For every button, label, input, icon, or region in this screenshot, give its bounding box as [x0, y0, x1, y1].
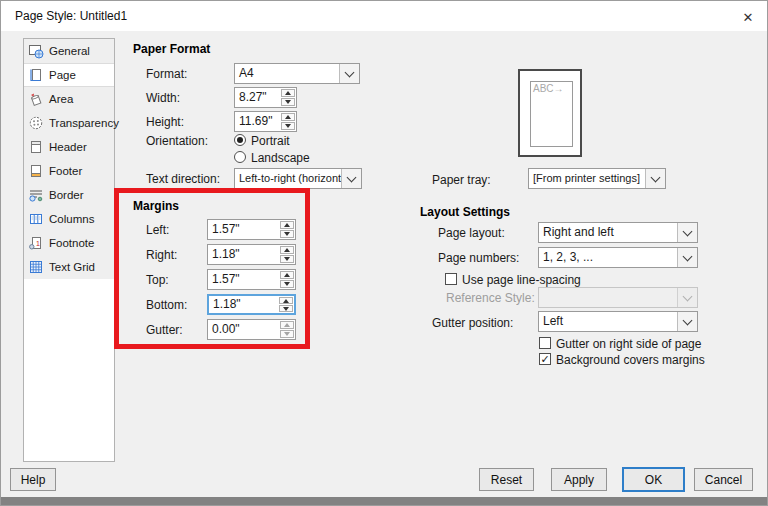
sidebar-item-footnote[interactable]: 1 Footnote: [24, 231, 114, 255]
footer-icon: [28, 163, 44, 179]
margin-gutter-spinner[interactable]: 0.00": [207, 319, 296, 340]
width-label: Width:: [146, 91, 180, 105]
spin-down-icon[interactable]: [280, 255, 294, 263]
sidebar-item-columns[interactable]: Columns: [24, 207, 114, 231]
spin-down-icon[interactable]: [280, 330, 294, 338]
chevron-down-icon[interactable]: [677, 312, 697, 331]
cancel-button[interactable]: Cancel: [694, 468, 753, 491]
background-covers-margins-label[interactable]: Background covers margins: [556, 353, 705, 367]
page-layout-value: Right and left: [539, 223, 677, 242]
spin-down-icon[interactable]: [281, 122, 295, 130]
gutter-right-label[interactable]: Gutter on right side of page: [556, 337, 701, 351]
apply-button[interactable]: Apply: [551, 468, 607, 491]
text-grid-icon: [28, 259, 44, 275]
border-icon: [28, 187, 44, 203]
spin-down-icon[interactable]: [281, 98, 295, 106]
portrait-label[interactable]: Portrait: [251, 134, 290, 148]
sidebar-item-general[interactable]: General: [24, 39, 114, 63]
spin-down-icon[interactable]: [279, 305, 293, 312]
sidebar-item-label: Area: [49, 93, 73, 105]
chevron-down-icon[interactable]: [645, 169, 665, 188]
orientation-label: Orientation:: [146, 134, 208, 148]
margin-right-label: Right:: [146, 248, 177, 262]
use-page-line-spacing-label[interactable]: Use page line-spacing: [462, 273, 581, 287]
sidebar-item-border[interactable]: Border: [24, 183, 114, 207]
ok-button[interactable]: OK: [622, 467, 685, 492]
sidebar-item-text-grid[interactable]: Text Grid: [24, 255, 114, 279]
landscape-label[interactable]: Landscape: [251, 151, 310, 165]
page-layout-label: Page layout:: [438, 226, 505, 240]
text-direction-dropdown[interactable]: Left-to-right (horizontal): [234, 168, 362, 189]
margin-bottom-label: Bottom:: [146, 298, 187, 312]
page-layout-dropdown[interactable]: Right and left: [538, 222, 698, 243]
chevron-down-icon: [677, 288, 697, 307]
page-numbers-label: Page numbers:: [438, 251, 519, 265]
page-numbers-dropdown[interactable]: 1, 2, 3, ...: [538, 247, 698, 268]
paper-tray-value: [From printer settings]: [529, 169, 645, 188]
gutter-position-dropdown[interactable]: Left: [538, 311, 698, 332]
margin-top-value: 1.57": [208, 270, 279, 289]
sidebar-item-label: Header: [49, 141, 87, 153]
sidebar-item-area[interactable]: Area: [24, 87, 114, 111]
width-spinner[interactable]: 8.27": [234, 87, 297, 108]
sidebar-item-label: Footer: [49, 165, 82, 177]
spin-up-icon[interactable]: [280, 246, 294, 254]
margin-top-spinner[interactable]: 1.57": [207, 269, 296, 290]
reference-style-value: [539, 288, 677, 307]
use-page-line-spacing-checkbox[interactable]: [445, 273, 457, 285]
margin-left-label: Left:: [146, 223, 169, 237]
header-icon: [28, 139, 44, 155]
sidebar-item-transparency[interactable]: Transparency: [24, 111, 114, 135]
spin-up-icon[interactable]: [280, 271, 294, 279]
reset-button[interactable]: Reset: [479, 468, 534, 491]
preview-text: ABC→: [533, 83, 564, 94]
sidebar-item-page[interactable]: Page: [24, 63, 114, 87]
columns-icon: [28, 211, 44, 227]
spin-up-icon[interactable]: [279, 297, 293, 304]
help-button[interactable]: Help: [10, 468, 56, 491]
format-label: Format:: [146, 67, 187, 81]
background-covers-margins-checkbox[interactable]: ✓: [539, 353, 551, 365]
paper-tray-label: Paper tray:: [432, 173, 491, 187]
spin-up-icon[interactable]: [280, 221, 294, 229]
width-value: 8.27": [235, 88, 280, 107]
chevron-down-icon[interactable]: [677, 248, 697, 267]
format-dropdown[interactable]: A4: [234, 63, 360, 84]
format-value: A4: [235, 64, 339, 83]
margin-bottom-value: 1.18": [209, 296, 278, 313]
portrait-radio[interactable]: [234, 134, 246, 146]
gutter-right-checkbox[interactable]: [539, 337, 551, 349]
spin-down-icon[interactable]: [280, 280, 294, 288]
page-preview-margin-box: ABC→: [530, 81, 573, 147]
footnote-icon: 1: [28, 235, 44, 251]
chevron-down-icon[interactable]: [339, 64, 359, 83]
paper-tray-dropdown[interactable]: [From printer settings]: [528, 168, 666, 189]
height-spinner[interactable]: 11.69": [234, 111, 297, 132]
chevron-down-icon[interactable]: [341, 169, 361, 188]
chevron-down-icon[interactable]: [677, 223, 697, 242]
page-style-dialog: Page Style: Untitled1 ✕ General Page Are…: [0, 0, 768, 506]
reference-style-dropdown: [538, 287, 698, 308]
window-bottom-edge: [0, 497, 768, 506]
title-bar: Page Style: Untitled1 ✕: [1, 1, 767, 31]
sidebar-item-label: Transparency: [49, 117, 119, 129]
close-icon[interactable]: ✕: [739, 8, 757, 26]
spin-up-icon[interactable]: [281, 113, 295, 121]
spin-up-icon[interactable]: [281, 89, 295, 97]
sidebar-item-label: Border: [49, 189, 84, 201]
spin-up-icon[interactable]: [280, 321, 294, 329]
spin-down-icon[interactable]: [280, 230, 294, 238]
sidebar-item-footer[interactable]: Footer: [24, 159, 114, 183]
area-icon: [28, 91, 44, 107]
text-direction-value: Left-to-right (horizontal): [235, 169, 341, 188]
page-icon: [28, 67, 44, 83]
margin-bottom-spinner[interactable]: 1.18": [207, 294, 296, 315]
margins-heading: Margins: [133, 199, 179, 213]
margin-left-spinner[interactable]: 1.57": [207, 219, 296, 240]
sidebar-item-label: Text Grid: [49, 261, 95, 273]
landscape-radio[interactable]: [234, 151, 246, 163]
margin-right-spinner[interactable]: 1.18": [207, 244, 296, 265]
gutter-position-label: Gutter position:: [432, 316, 513, 330]
sidebar-item-header[interactable]: Header: [24, 135, 114, 159]
text-direction-label: Text direction:: [146, 172, 220, 186]
